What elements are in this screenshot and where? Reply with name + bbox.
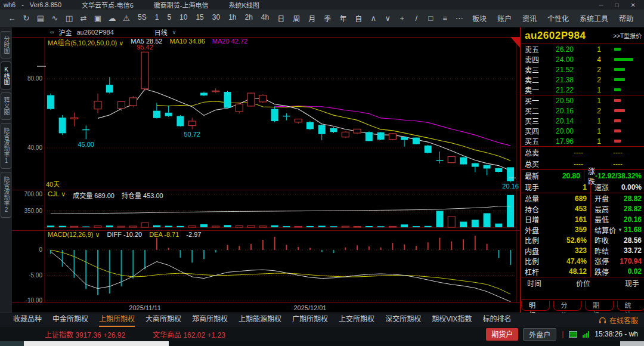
exchange-tab-收藏品种[interactable]: 收藏品种	[13, 313, 42, 327]
period-button-1[interactable]: 1	[151, 13, 163, 23]
time-axis: 2025/11/112025/12/01	[12, 303, 520, 313]
exchange-tab-广期所期权[interactable]: 广期所期权	[292, 313, 328, 327]
quote-tab-分价[interactable]: 分价	[553, 301, 582, 311]
menu-系统工具[interactable]: 系统工具	[580, 13, 608, 23]
menu-板块[interactable]: 板块	[472, 13, 487, 23]
period-selector[interactable]: 日线	[154, 27, 168, 37]
exchange-tab-上期能源期权[interactable]: 上期能源期权	[239, 313, 281, 327]
volume-indicator-dropdown[interactable]: CJL ∨	[48, 190, 66, 200]
close-button[interactable]: ✕	[631, 2, 636, 8]
index-文华商品: 文华商品 162.02 +1.23	[153, 329, 225, 339]
period-button-季[interactable]: 季	[320, 13, 335, 23]
back-icon[interactable]: ←	[5, 14, 19, 23]
app-version: Ver6.8.850	[30, 1, 61, 8]
add-indicator-icon[interactable]: +	[395, 14, 409, 23]
sidebar-tab-释义图[interactable]: 释义图	[1, 92, 11, 120]
depth-bar-wrap	[601, 119, 642, 122]
draw-line-icon[interactable]: /	[409, 14, 423, 23]
exchange-tab-上期所期权[interactable]: 上期所期权	[99, 313, 135, 327]
collapse-icon[interactable]: ∧	[366, 14, 380, 23]
quote-tab-明细[interactable]: 明细	[521, 301, 550, 311]
sidebar-tab-K线图[interactable]: K线图	[1, 61, 11, 89]
volume-pane[interactable]: 700.00350.00 CJL ∨成交量 689.00持仓量 453.00	[12, 190, 520, 230]
bid-row: 买一20.501	[521, 95, 644, 106]
account-button-外盘户[interactable]: 外盘户	[523, 328, 556, 341]
period-button-日[interactable]: 日	[273, 13, 289, 23]
period-button-周[interactable]: 周	[289, 13, 304, 23]
svg-text:40天: 40天	[46, 181, 60, 188]
maximize-button[interactable]: □	[615, 2, 619, 8]
date-label-2025/12/01: 2025/12/01	[286, 304, 334, 311]
stat-label: 昨结	[595, 246, 609, 256]
monitor-status-icon	[569, 331, 577, 338]
menu-资讯[interactable]: 资讯	[522, 13, 537, 23]
quote-tab-统计[interactable]: 统计	[617, 301, 644, 311]
period-button-5S[interactable]: 5S	[134, 13, 151, 23]
period-button-4h[interactable]: 4h	[257, 13, 273, 23]
candlestick-icon[interactable]: ◫	[62, 14, 76, 23]
bid-row: 买三20.141	[521, 116, 644, 126]
period-button-2h[interactable]: 2h	[241, 13, 257, 23]
stats-row: 内盘323昨结33.72	[521, 246, 644, 257]
cloud-download-icon[interactable]: ☁	[105, 14, 119, 23]
period-button-1h[interactable]: 1h	[224, 13, 240, 23]
chevron-down-icon[interactable]: ∨	[172, 29, 177, 35]
trend-line-icon[interactable]: ∿	[48, 14, 62, 23]
link-icon[interactable]: ∞	[50, 29, 54, 35]
quote-tab-期权[interactable]: 期权	[585, 301, 614, 311]
t-quote-link[interactable]: >>T型报价	[613, 31, 642, 40]
exchange-tab-期权VIX指数[interactable]: 期权VIX指数	[432, 313, 472, 327]
ma-settings-dropdown[interactable]: MA组合(5,10,20,50,0,0) ∨	[48, 38, 123, 47]
stat-value: 31.68	[624, 225, 642, 234]
exchange-tab-标的排名[interactable]: 标的排名	[482, 313, 511, 327]
exchange-tab-上交所期权[interactable]: 上交所期权	[339, 313, 374, 327]
alert-bell-icon[interactable]: ⚠	[119, 14, 134, 23]
draw-rect-icon[interactable]: □	[423, 14, 438, 23]
period-button-5[interactable]: 5	[163, 13, 175, 23]
sidebar-tab-隐含波动率1[interactable]: 隐含波动率1	[1, 123, 11, 169]
stat-label: 涨停	[595, 256, 609, 266]
macd-settings-dropdown[interactable]: MACD(12,26,9) ∨	[48, 231, 100, 239]
bid-price: 20.00	[544, 127, 574, 135]
exchange-tab-郑商所期权[interactable]: 郑商所期权	[192, 313, 228, 327]
tick-detail-section: 时间价位现手	[521, 277, 644, 299]
ask-row: 卖三21.522	[521, 64, 644, 75]
period-button-月[interactable]: 月	[304, 13, 320, 23]
exchange-tab-大商所期权[interactable]: 大商所期权	[145, 313, 181, 327]
depth-bar-wrap	[601, 58, 642, 61]
current-volume-row-rvalue: 0.00%	[621, 183, 642, 191]
refresh-icon[interactable]: ↻	[19, 14, 33, 23]
board-icon[interactable]: ▣	[91, 14, 105, 23]
period-button-15[interactable]: 15	[191, 13, 208, 23]
note-icon[interactable]: ≡	[438, 14, 452, 23]
exchange-tab-中金所期权[interactable]: 中金所期权	[52, 313, 88, 327]
sidebar-tab-隐含波动率2[interactable]: 隐含波动率2	[1, 172, 11, 218]
candlestick-chart[interactable]: 80.0040.0095.4245.0050.7220.1640天 MA组合(5…	[12, 37, 520, 190]
account-button-期货户[interactable]: 期货户	[486, 328, 518, 341]
totals-section: 总卖--------总买--------	[521, 147, 644, 170]
minimize-button[interactable]: ─	[599, 2, 603, 8]
quote-table-icon[interactable]: ▤	[33, 14, 48, 23]
main-area: 分时图K线图释义图隐含波动率1隐含波动率2 ∞ 沪金 au2602P984 日线…	[0, 27, 644, 313]
tick-detail-body[interactable]	[521, 288, 644, 299]
menu-个性化[interactable]: 个性化	[547, 13, 569, 23]
depth-bar-wrap	[601, 99, 642, 102]
online-service-button[interactable]: 在线客服	[599, 315, 638, 325]
period-button-自[interactable]: 自	[351, 13, 366, 23]
exchange-tab-深交所期权[interactable]: 深交所期权	[385, 313, 421, 327]
settlement-dropdown-icon[interactable]: ▼	[618, 227, 623, 233]
svg-text:20.16: 20.16	[502, 183, 519, 190]
svg-text:50.72: 50.72	[184, 131, 200, 138]
menu-帮助[interactable]: 帮助	[619, 13, 633, 23]
stat-value: 0.02	[628, 267, 642, 276]
tick-detail-header: 时间价位现手	[521, 277, 644, 288]
tick-chart-icon[interactable]: ⇄	[76, 14, 91, 23]
macd-pane[interactable]: 0-5.00-10.00 MACD(12,26,9) ∨DIFF -10.20D…	[12, 230, 520, 303]
sidebar-tab-分时图[interactable]: 分时图	[1, 31, 11, 58]
period-button-年[interactable]: 年	[335, 13, 351, 23]
menu-账户[interactable]: 账户	[497, 13, 512, 23]
period-button-30[interactable]: 30	[208, 13, 224, 23]
more-icon[interactable]: ⋯	[452, 14, 466, 23]
period-button-10[interactable]: 10	[175, 13, 191, 23]
expand-icon[interactable]: ∨	[380, 14, 395, 23]
